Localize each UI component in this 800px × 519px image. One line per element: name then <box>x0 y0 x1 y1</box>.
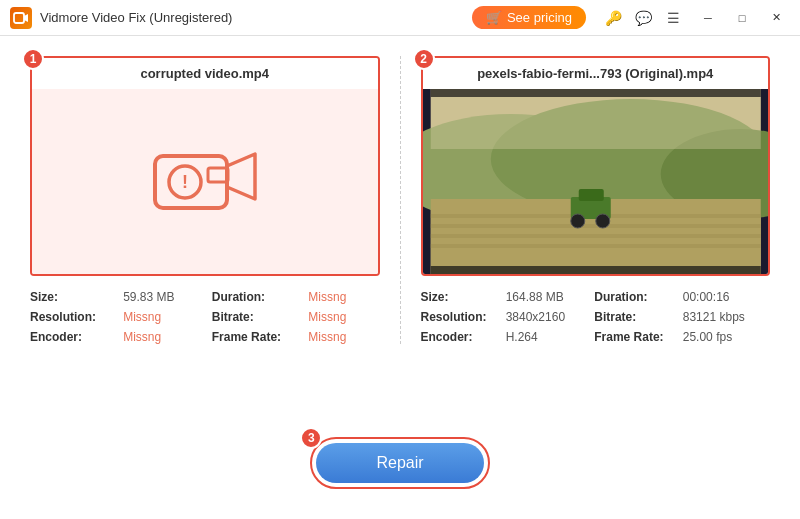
svg-rect-20 <box>430 89 760 149</box>
svg-rect-0 <box>14 13 24 23</box>
right-size-label: Size: <box>421 290 502 304</box>
left-encoder-label: Encoder: <box>30 330 119 344</box>
app-icon <box>10 7 32 29</box>
right-panel: 2 pexels-fabio-fermi...793 (Original).mp… <box>400 56 771 344</box>
right-size-value: 164.88 MB <box>506 290 591 304</box>
left-video-filename: corrupted video.mp4 <box>32 58 378 89</box>
key-button[interactable]: 🔑 <box>600 5 626 31</box>
svg-rect-14 <box>430 234 760 238</box>
left-framerate-value: Missng <box>308 330 379 344</box>
right-duration-label: Duration: <box>594 290 679 304</box>
titlebar-left: Vidmore Video Fix (Unregistered) <box>10 7 232 29</box>
left-bitrate-label: Bitrate: <box>212 310 305 324</box>
titlebar: Vidmore Video Fix (Unregistered) 🛒 See p… <box>0 0 800 36</box>
right-framerate-label: Frame Rate: <box>594 330 679 344</box>
maximize-button[interactable]: □ <box>726 4 758 32</box>
svg-rect-22 <box>430 266 760 274</box>
repair-button[interactable]: Repair <box>316 443 483 483</box>
right-encoder-value: H.264 <box>506 330 591 344</box>
left-framerate-label: Frame Rate: <box>212 330 305 344</box>
svg-rect-13 <box>430 224 760 228</box>
left-video-wrapper: 1 corrupted video.mp4 ! <box>30 56 380 276</box>
right-bitrate-value: 83121 kbps <box>683 310 770 324</box>
right-resolution-label: Resolution: <box>421 310 502 324</box>
left-size-label: Size: <box>30 290 119 304</box>
left-resolution-value: Missng <box>123 310 208 324</box>
titlebar-icons: 🔑 💬 ☰ <box>600 5 686 31</box>
svg-point-18 <box>570 214 584 228</box>
right-encoder-label: Encoder: <box>421 330 502 344</box>
left-video-box: corrupted video.mp4 ! <box>30 56 380 276</box>
broken-video-icon: ! <box>150 144 260 219</box>
titlebar-right: 🛒 See pricing 🔑 💬 ☰ ─ □ ✕ <box>472 4 792 32</box>
right-video-thumbnail <box>423 89 769 274</box>
right-duration-value: 00:00:16 <box>683 290 770 304</box>
step-1-badge: 1 <box>22 48 44 70</box>
bottom-area: 3 Repair <box>30 419 770 499</box>
repair-button-outer: Repair <box>310 437 489 489</box>
right-video-box: pexels-fabio-fermi...793 (Original).mp4 <box>421 56 771 276</box>
left-duration-label: Duration: <box>212 290 305 304</box>
step-2-badge: 2 <box>413 48 435 70</box>
main-content: 1 corrupted video.mp4 ! <box>0 36 800 519</box>
left-size-value: 59.83 MB <box>123 290 208 304</box>
right-video-wrapper: 2 pexels-fabio-fermi...793 (Original).mp… <box>421 56 771 276</box>
right-video-filename: pexels-fabio-fermi...793 (Original).mp4 <box>423 58 769 89</box>
svg-marker-6 <box>227 154 255 199</box>
titlebar-title: Vidmore Video Fix (Unregistered) <box>40 10 232 25</box>
left-video-preview: ! <box>32 89 378 274</box>
svg-rect-15 <box>430 244 760 248</box>
left-bitrate-value: Missng <box>308 310 379 324</box>
left-resolution-label: Resolution: <box>30 310 119 324</box>
left-encoder-value: Missng <box>123 330 208 344</box>
minimize-button[interactable]: ─ <box>692 4 724 32</box>
chat-button[interactable]: 💬 <box>630 5 656 31</box>
close-button[interactable]: ✕ <box>760 4 792 32</box>
panels-row: 1 corrupted video.mp4 ! <box>30 56 770 419</box>
svg-text:!: ! <box>182 172 188 192</box>
svg-point-19 <box>595 214 609 228</box>
right-framerate-value: 25.00 fps <box>683 330 770 344</box>
left-panel: 1 corrupted video.mp4 ! <box>30 56 400 344</box>
cart-icon: 🛒 <box>486 10 502 25</box>
window-controls: ─ □ ✕ <box>692 4 792 32</box>
left-info-grid: Size: 59.83 MB Duration: Missng Resoluti… <box>30 290 380 344</box>
right-info-grid: Size: 164.88 MB Duration: 00:00:16 Resol… <box>421 290 771 344</box>
left-duration-value: Missng <box>308 290 379 304</box>
svg-rect-17 <box>578 189 603 201</box>
pricing-label: See pricing <box>507 10 572 25</box>
svg-rect-21 <box>430 89 760 97</box>
repair-button-wrapper: 3 Repair <box>310 437 489 489</box>
pricing-button[interactable]: 🛒 See pricing <box>472 6 586 29</box>
right-resolution-value: 3840x2160 <box>506 310 591 324</box>
menu-button[interactable]: ☰ <box>660 5 686 31</box>
right-bitrate-label: Bitrate: <box>594 310 679 324</box>
